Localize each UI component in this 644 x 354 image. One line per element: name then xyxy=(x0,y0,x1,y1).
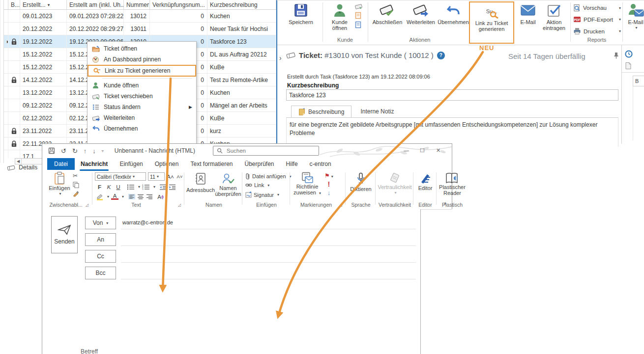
menu-item-status-aendern[interactable]: Status ändern ▶ xyxy=(88,102,196,112)
col-header-kurzbeschreibung[interactable]: Kurzbeschreibung xyxy=(207,0,276,9)
tab-interne-notiz[interactable]: Interne Notiz xyxy=(351,106,403,117)
grow-font-icon[interactable]: A˄ xyxy=(167,173,174,180)
pin-icon[interactable] xyxy=(614,52,619,59)
tab-optionen[interactable]: Optionen xyxy=(149,158,185,170)
font-color-icon[interactable]: A xyxy=(111,193,118,200)
orange-doc-icon[interactable] xyxy=(355,12,361,19)
redo-icon[interactable]: ↻ xyxy=(72,147,78,155)
betreff-label[interactable]: Betreff xyxy=(81,348,98,354)
close-icon[interactable]: ✕ xyxy=(436,147,440,154)
an-button[interactable]: An xyxy=(85,233,116,246)
bull-list-icon[interactable] xyxy=(127,184,135,190)
font-name-select[interactable]: Calibri (Textkör▾ xyxy=(95,172,146,181)
maximize-icon[interactable]: ☐ xyxy=(420,147,425,154)
document-icon[interactable] xyxy=(625,62,632,70)
collapse-ribbon-icon[interactable]: ∧ xyxy=(443,201,447,206)
dropdown-icon[interactable]: ▾ xyxy=(635,25,637,31)
tab-text-formatieren[interactable]: Text formatieren xyxy=(184,158,238,170)
decrease-indent-icon[interactable] xyxy=(159,184,167,190)
cut-icon[interactable]: ✂ xyxy=(73,172,79,179)
col-header-nummer[interactable]: Nummer xyxy=(124,0,150,9)
search-input[interactable] xyxy=(226,147,304,154)
minimize-icon[interactable]: — xyxy=(404,147,409,153)
diktieren-button[interactable]: Diktieren xyxy=(348,172,374,192)
increase-indent-icon[interactable] xyxy=(169,184,176,190)
search-box[interactable] xyxy=(213,146,319,156)
low-importance-icon[interactable]: ↓ xyxy=(327,189,331,196)
format-painter-icon[interactable] xyxy=(73,191,79,197)
drucken-button[interactable]: Drucken▾ xyxy=(573,27,605,35)
menu-item-weiterleiten[interactable]: Weiterleiten xyxy=(88,112,196,123)
collapse-panel-chevron[interactable]: › xyxy=(279,54,282,62)
importance-icon[interactable]: ! xyxy=(328,180,330,188)
link-zu-ticket-generieren-ribbon-button[interactable]: Su... Link zu Ticket generieren xyxy=(469,1,514,44)
paste-button[interactable]: Einfügen▾ xyxy=(48,171,71,197)
num-list-icon[interactable]: 123 xyxy=(142,184,150,190)
aktion-eintragen-button[interactable]: Aktion eintragen xyxy=(540,1,568,44)
flag-icon[interactable]: ⚑▾ xyxy=(324,172,333,179)
save-quickaccess-icon[interactable] xyxy=(48,147,55,154)
kunde-mini-buttons[interactable] xyxy=(355,3,362,28)
dropdown-icon[interactable]: ▾ xyxy=(619,17,621,22)
align-center-icon[interactable] xyxy=(137,194,144,199)
italic-button[interactable]: K xyxy=(105,183,113,191)
dialog-launcher-icon[interactable]: ◿ xyxy=(86,203,88,207)
col-header-erstellt[interactable]: Erstellt...▾ xyxy=(20,0,67,9)
email-button[interactable]: E-Mail xyxy=(517,1,539,44)
plastischer-reader-button[interactable]: Plastischer Reader xyxy=(439,172,466,196)
menu-item-ticket-oeffnen[interactable]: Ticket öffnen xyxy=(88,43,196,54)
bold-button[interactable]: F xyxy=(96,183,103,191)
adressbuch-button[interactable]: Adressbuch xyxy=(187,172,214,193)
underline-button[interactable]: U xyxy=(115,183,122,191)
an-field-line[interactable] xyxy=(121,245,416,246)
scroll-left-icon[interactable]: ◀ xyxy=(15,159,22,164)
align-right-icon[interactable] xyxy=(146,194,153,199)
dialog-launcher-icon[interactable]: ◿ xyxy=(178,203,181,207)
tab-ueberpruefen[interactable]: Überprüfen xyxy=(239,158,280,170)
tab-beschreibung[interactable]: Beschreibung xyxy=(291,106,351,117)
vorschau-button[interactable]: Vorschau▾ xyxy=(573,4,607,12)
table-row[interactable]: ▸ 09.01.2023 09.01.2023 07:28:22 13012 0… xyxy=(4,10,276,23)
tab-nachricht[interactable]: Nachricht xyxy=(75,158,114,170)
senden-button[interactable]: Senden xyxy=(51,216,78,253)
details-section[interactable]: Details xyxy=(7,164,37,171)
menu-item-an-dashboard-pinnen[interactable]: An Dashboard pinnen xyxy=(88,54,196,65)
styles-icon[interactable]: Aɸ xyxy=(157,193,164,200)
help-icon[interactable]: ? xyxy=(437,52,445,59)
col-header-lock[interactable]: B... xyxy=(8,0,20,9)
tab-datei[interactable]: Datei xyxy=(47,158,75,170)
table-row[interactable]: ▸ 20.12.2022 20.12.2022 08:29:27 13011 0… xyxy=(4,23,276,35)
undo-icon[interactable]: ↺ xyxy=(61,147,66,155)
dialog-launcher-icon[interactable]: ◿ xyxy=(339,203,342,207)
link-button[interactable]: Link▾ xyxy=(245,182,269,188)
blue-doc-icon[interactable] xyxy=(355,21,361,28)
speichern-button[interactable]: Speichern xyxy=(281,1,321,44)
copy-icon[interactable] xyxy=(73,182,79,188)
dropdown-icon[interactable]: ▾ xyxy=(619,6,621,10)
richtlinie-zuweisen-button[interactable]: Richtlinie zuweisen ▾ xyxy=(293,172,322,196)
col-header-verknuepfung[interactable]: Verknüpfungsnum... xyxy=(150,0,207,9)
bcc-button[interactable]: Bcc xyxy=(85,267,116,279)
col-header-erstellt-am[interactable]: Erstellt am (inkl. Uh... xyxy=(67,0,124,9)
tab-c-entron[interactable]: c-entron xyxy=(304,158,337,170)
menu-item-link-zu-ticket-generieren[interactable]: Link zu Ticket generieren xyxy=(88,65,196,77)
menu-item-kunde-oeffnen[interactable]: Kunde öffnen xyxy=(88,80,196,91)
shrink-font-icon[interactable]: A˅ xyxy=(176,173,183,180)
tab-einfuegen[interactable]: Einfügen xyxy=(114,158,148,170)
ticket-small-icon[interactable] xyxy=(355,3,362,10)
align-left-icon[interactable] xyxy=(128,194,135,199)
history-clock-icon[interactable] xyxy=(625,50,633,58)
cc-button[interactable]: Cc xyxy=(85,250,116,263)
cc-field-line[interactable] xyxy=(121,262,416,263)
move-down-icon[interactable]: ↓ xyxy=(92,147,96,155)
tab-hilfe[interactable]: Hilfe xyxy=(280,158,304,170)
move-up-icon[interactable]: ↑ xyxy=(84,147,87,155)
namen-ueberpruefen-button[interactable]: Namen überprüfen xyxy=(215,172,241,197)
editor-button[interactable]: Editor xyxy=(415,172,436,191)
highlight-pen-icon[interactable] xyxy=(96,193,104,200)
quickaccess-overflow-icon[interactable]: ▿ xyxy=(102,149,104,153)
kurzbeschreibung-input[interactable] xyxy=(286,89,618,101)
menu-item-uebernehmen[interactable]: Übernehmen xyxy=(88,123,196,134)
font-size-select[interactable]: 11▾ xyxy=(148,172,165,181)
menu-item-ticket-verschieben[interactable]: Ticket verschieben xyxy=(88,91,196,102)
